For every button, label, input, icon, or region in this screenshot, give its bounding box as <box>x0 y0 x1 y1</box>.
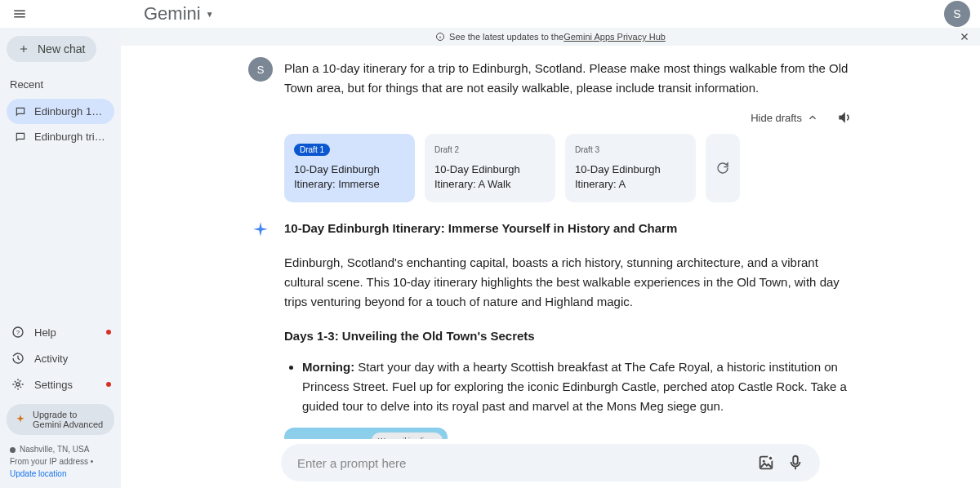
draft-title: 10-Day Edinburgh Itinerary: A Walk <box>434 162 546 192</box>
svg-point-2 <box>16 383 20 386</box>
privacy-banner: See the latest updates to the Gemini App… <box>121 28 980 46</box>
chat-icon <box>15 131 26 143</box>
draft-card-2[interactable]: Draft 2 10-Day Edinburgh Itinerary: A Wa… <box>425 134 555 202</box>
new-chat-label: New chat <box>38 42 85 55</box>
location-footer: Nashville, TN, USA From your IP address … <box>7 443 114 480</box>
update-location-link[interactable]: Update location <box>10 469 67 478</box>
new-chat-button[interactable]: New chat <box>7 36 96 62</box>
notification-dot <box>106 382 111 387</box>
sidebar-help[interactable]: ? Help <box>7 321 114 344</box>
chat-icon <box>15 106 26 118</box>
user-avatar: S <box>248 57 273 82</box>
answer-morning-item: Morning: Start your day with a hearty Sc… <box>302 357 853 416</box>
main-area: See the latest updates to the Gemini App… <box>121 28 980 488</box>
recent-section-label: Recent <box>10 78 111 91</box>
sidebar-settings[interactable]: Settings <box>7 373 114 396</box>
wikipedia-icon: W <box>378 435 385 439</box>
answer-intro: Edinburgh, Scotland's enchanting capital… <box>284 253 853 312</box>
sidebar-item-label: Edinburgh 10-Day It... <box>34 105 106 118</box>
draft-title: 10-Day Edinburgh Itinerary: Immerse <box>294 162 405 192</box>
morning-text: Start your day with a hearty Scottish br… <box>302 360 847 413</box>
draft-card-1[interactable]: Draft 1 10-Day Edinburgh Itinerary: Imme… <box>284 134 415 202</box>
notification-dot <box>106 330 111 335</box>
hide-drafts-toggle[interactable]: Hide drafts <box>751 112 818 124</box>
draft-badge: Draft 3 <box>575 144 599 156</box>
sidebar-activity[interactable]: Activity <box>7 347 114 370</box>
image-source-pill[interactable]: W en.wikipedia.... <box>372 433 443 439</box>
banner-text-prefix: See the latest updates to the <box>449 32 564 42</box>
sidebar-item-chat-0[interactable]: Edinburgh 10-Day It... <box>7 99 114 124</box>
sidebar-settings-label: Settings <box>34 379 73 391</box>
banner-link[interactable]: Gemini Apps Privacy Hub <box>564 32 666 42</box>
image-source-text: en.wikipedia.... <box>387 435 436 439</box>
location-text: Nashville, TN, USA <box>20 445 89 454</box>
user-prompt-text: Plan a 10-day itinerary for a trip to Ed… <box>284 57 853 98</box>
brand-dropdown[interactable]: Gemini ▼ <box>144 3 214 24</box>
answer-heading: 10-Day Edinburgh Itinerary: Immerse Your… <box>284 219 853 238</box>
draft-badge: Draft 2 <box>434 144 459 156</box>
draft-title: 10-Day Edinburgh Itinerary: A <box>575 162 686 192</box>
answer-image-card[interactable]: W en.wikipedia.... <box>284 428 448 439</box>
sidebar: New chat Recent Edinburgh 10-Day It... E… <box>0 28 121 488</box>
ip-address-text: From your IP address • <box>10 457 93 466</box>
main-menu-icon[interactable] <box>10 4 29 24</box>
brand-name: Gemini <box>144 3 201 24</box>
chevron-down-icon: ▼ <box>206 10 214 19</box>
svg-text:?: ? <box>16 329 20 336</box>
svg-point-7 <box>763 460 765 463</box>
profile-avatar[interactable]: S <box>944 1 970 27</box>
upload-image-button[interactable] <box>751 448 781 477</box>
regenerate-drafts-button[interactable] <box>706 134 740 202</box>
morning-label: Morning: <box>302 360 354 374</box>
draft-badge: Draft 1 <box>294 144 330 156</box>
sidebar-item-label: Edinburgh trip itine... <box>34 131 106 143</box>
read-aloud-button[interactable] <box>836 109 853 126</box>
gear-icon <box>11 378 24 391</box>
sidebar-activity-label: Activity <box>34 353 68 365</box>
plus-icon <box>18 43 29 55</box>
mic-button[interactable] <box>781 448 810 477</box>
prompt-bar <box>281 444 820 481</box>
sparkle-icon <box>15 414 26 425</box>
sidebar-help-label: Help <box>34 326 56 339</box>
svg-rect-9 <box>793 456 798 464</box>
refresh-icon <box>715 161 730 175</box>
gemini-spark-icon <box>248 219 273 243</box>
upgrade-button[interactable]: Upgrade to Gemini Advanced <box>7 404 114 435</box>
prompt-input[interactable] <box>297 456 751 470</box>
history-icon <box>11 352 24 365</box>
upgrade-label: Upgrade to Gemini Advanced <box>33 410 106 429</box>
info-icon <box>435 32 445 42</box>
sidebar-item-chat-1[interactable]: Edinburgh trip itine... <box>7 124 114 149</box>
chevron-up-icon <box>807 112 818 123</box>
location-dot-icon <box>10 447 16 453</box>
help-icon: ? <box>11 326 24 339</box>
banner-close-button[interactable] <box>959 31 970 42</box>
answer-days-heading: Days 1-3: Unveiling the Old Town's Secre… <box>284 326 853 346</box>
draft-card-3[interactable]: Draft 3 10-Day Edinburgh Itinerary: A <box>565 134 696 202</box>
hide-drafts-label: Hide drafts <box>751 112 802 124</box>
